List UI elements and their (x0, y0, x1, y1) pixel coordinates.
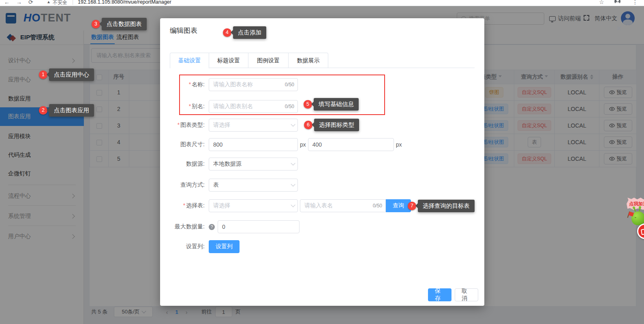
close-icon[interactable]: ✕ (614, 24, 624, 34)
annotation-number: 6 (304, 121, 312, 129)
max-rows-value: 0 (222, 224, 225, 230)
screen: ← → ⟳ ▲ 不安全 | 192.168.1.105:8080/mvue/re… (0, 0, 644, 324)
annotation-number: 3 (92, 20, 100, 28)
chart-height-value: 400 (312, 141, 322, 148)
annotation-number: 5 (304, 100, 312, 109)
query-mode-label: 查询方式: (180, 181, 205, 188)
query-mode-select[interactable]: 表 (209, 179, 298, 192)
annotation-5: 5 填写基础信息 (304, 98, 359, 111)
browser-menu-icon[interactable]: ⋮ (632, 0, 638, 5)
chevron-down-icon (291, 202, 295, 207)
max-rows-input[interactable]: 0 (218, 220, 300, 233)
bookmark-icon[interactable]: ☆ (599, 0, 604, 5)
query-button[interactable]: 查询 (386, 199, 411, 212)
chart-height-input[interactable]: 400 (308, 138, 394, 151)
annotation-3: 3 点击数据图表 (92, 17, 147, 30)
alias-input[interactable]: 请输入图表别名 0/50 (209, 100, 298, 113)
save-button[interactable]: 保存 (428, 288, 451, 301)
required-mark: * (189, 103, 191, 109)
annotation-number: 4 (223, 28, 231, 37)
form-row-query-mode: 查询方式: 表 (170, 179, 298, 192)
set-columns-label: 设置列: (186, 243, 205, 249)
url-text[interactable]: 192.168.1.105:8080/mvue/reportManager (78, 0, 171, 5)
annotation-tooltip: 填写基础信息 (314, 98, 359, 111)
form-row-datasource: 数据源: 本地数据源 (170, 158, 298, 171)
annotation-4: 4 点击添加 (223, 26, 266, 39)
browser-back-icon[interactable]: ← (4, 0, 10, 5)
url-separator: | (72, 0, 73, 5)
form-row-alias: *别名: 请输入图表别名 0/50 (170, 100, 298, 113)
annotation-2: 2 点击图表应用 (39, 104, 94, 117)
select-table-select[interactable]: 请选择 (209, 199, 298, 212)
annotation-7: 7 选择查询的目标表 (408, 199, 475, 212)
not-secure-icon: ▲ (47, 0, 51, 4)
tab-legend-settings[interactable]: 图例设置 (248, 53, 289, 68)
tab-data-display[interactable]: 数据展示 (289, 53, 328, 68)
mascot-speech-bubble: 点我加速 (627, 198, 644, 210)
browser-address-bar: ← → ⟳ ▲ 不安全 | 192.168.1.105:8080/mvue/re… (0, 0, 644, 6)
form-row-chart-size: 图表尺寸: 800 px 400 px (170, 138, 404, 151)
select-table-placeholder: 请选择 (213, 202, 230, 209)
annotation-number: 7 (408, 202, 416, 210)
alias-counter: 0/50 (285, 104, 294, 109)
modal-tabs: 基础设置 标题设置 图例设置 数据展示 (170, 53, 475, 68)
chart-type-select[interactable]: 请选择 (209, 119, 298, 132)
form-row-set-columns: 设置列: 设置列 (170, 240, 240, 253)
cancel-button[interactable]: 取消 (455, 288, 478, 301)
name-label: 名称: (192, 81, 205, 87)
name-input[interactable]: 请输入图表名称 0/50 (209, 78, 298, 91)
chevron-down-icon (291, 182, 295, 186)
annotation-tooltip: 点击应用中心 (49, 68, 94, 81)
annotation-number: 1 (39, 70, 47, 79)
table-name-counter: 0/50 (373, 203, 382, 209)
tab-basic-settings[interactable]: 基础设置 (170, 53, 209, 68)
form-row-name: *名称: 请输入图表名称 0/50 (170, 78, 298, 91)
flag-icon (627, 211, 630, 218)
annotation-tooltip: 点击图表应用 (49, 104, 94, 117)
chart-width-input[interactable]: 800 (209, 138, 298, 151)
max-rows-label: 最大数据量: (175, 223, 205, 230)
form-row-max-rows: 最大数据量: ? 0 (170, 220, 300, 233)
chevron-down-icon (291, 161, 295, 165)
select-table-label: 选择表: (186, 202, 205, 209)
annotation-tooltip: 点击数据图表 (102, 18, 147, 30)
mascot-face: ᵕ (635, 215, 636, 220)
table-name-placeholder: 请输入表名 (304, 202, 333, 209)
form-row-select-table: *选择表: 请选择 请输入表名 0/50 查询 (170, 199, 411, 212)
table-name-input[interactable]: 请输入表名 0/50 (300, 199, 386, 212)
chart-width-value: 800 (213, 141, 223, 148)
modal-title: 编辑图表 (170, 26, 197, 35)
mascot-badge-icon[interactable] (637, 224, 644, 239)
required-mark: * (178, 122, 180, 128)
set-columns-button[interactable]: 设置列 (209, 240, 240, 253)
annotation-tooltip: 选择查询的目标表 (418, 200, 475, 212)
browser-reload-icon[interactable]: ⟳ (28, 0, 33, 5)
annotation-6: 6 选择图标类型 (304, 118, 359, 131)
help-icon[interactable]: ? (209, 224, 215, 230)
annotation-1: 1 点击应用中心 (39, 68, 94, 81)
edit-chart-modal: 编辑图表 ✕ 基础设置 标题设置 图例设置 数据展示 *名称: 请输入图表名称 … (160, 18, 484, 306)
name-placeholder: 请输入图表名称 (213, 81, 253, 88)
form-row-chart-type: *图表类型: 请选择 (170, 119, 298, 132)
alias-label: 别名: (192, 103, 205, 109)
datasource-value: 本地数据源 (213, 160, 242, 168)
chart-type-placeholder: 请选择 (213, 122, 230, 129)
tab-title-settings[interactable]: 标题设置 (209, 53, 248, 68)
browser-forward-icon[interactable]: → (16, 0, 22, 5)
chart-type-label: 图表类型: (180, 122, 205, 128)
chevron-down-icon (291, 122, 295, 126)
px-unit-label: px (300, 141, 306, 148)
annotation-tooltip: 点击添加 (233, 26, 266, 39)
modal-footer: 保存 取消 (160, 288, 484, 306)
browser-profile-icon[interactable] (614, 0, 620, 4)
app-window: HOTENT 搜索菜单 访问前端 简体中文 EIP管理系统 (0, 6, 644, 324)
datasource-label: 数据源: (186, 160, 205, 167)
mascot-widget[interactable]: 点我加速 ᵕ (623, 190, 644, 239)
chart-size-label: 图表尺寸: (180, 141, 205, 147)
not-secure-label: 不安全 (53, 0, 67, 6)
px-unit-label: px (396, 141, 402, 148)
datasource-select[interactable]: 本地数据源 (209, 158, 298, 171)
alias-placeholder: 请输入图表别名 (213, 103, 253, 110)
required-mark: * (189, 81, 191, 87)
name-counter: 0/50 (285, 82, 294, 87)
